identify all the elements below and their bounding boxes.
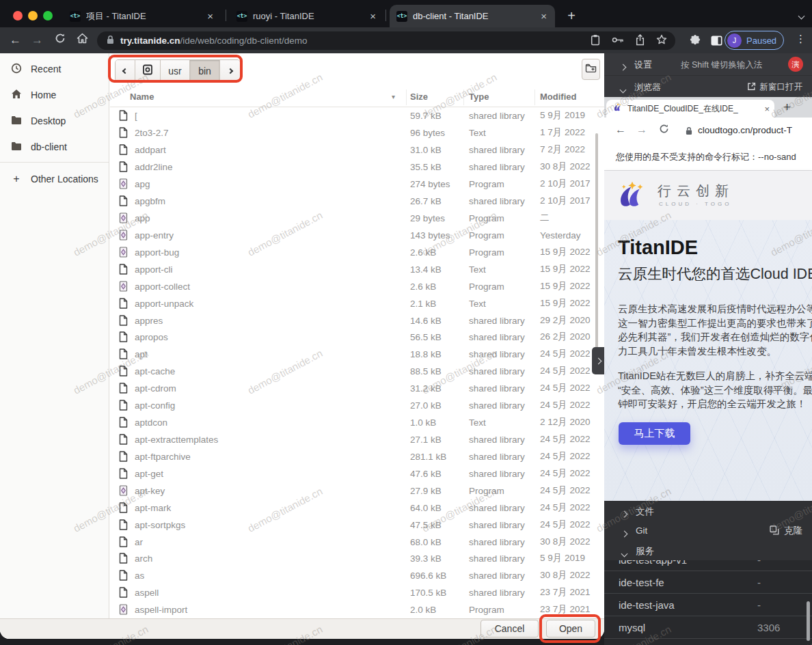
mini-back-icon[interactable]: ← xyxy=(615,124,626,136)
reload-icon[interactable] xyxy=(55,33,66,48)
file-row[interactable]: [59.7 kBshared library5 9月 2019 xyxy=(110,107,604,124)
mini-forward-icon[interactable]: → xyxy=(636,124,647,136)
file-row[interactable]: apt-ftparchive281.1 kBshared library24 5… xyxy=(110,448,604,465)
sort-arrow-icon[interactable]: ▾ xyxy=(392,93,395,100)
path-segment-bin[interactable]: bin xyxy=(190,60,220,81)
service-row[interactable]: mysql3306 xyxy=(604,616,812,639)
mini-browser-tab[interactable]: TitanIDE_CloudIDE_在线IDE_ × xyxy=(606,100,774,118)
file-row[interactable]: apt-cdrom31.2 kBshared library24 5月 2022 xyxy=(110,380,604,397)
file-row[interactable]: apt-cache88.5 kBshared library24 5月 2022 xyxy=(110,363,604,380)
git-section-row[interactable]: Git 克隆 xyxy=(604,521,812,540)
close-window-button[interactable] xyxy=(13,11,23,20)
new-folder-button[interactable] xyxy=(582,59,600,80)
files-section-row[interactable]: 文件 xyxy=(604,501,812,521)
bookmark-star-icon[interactable] xyxy=(656,34,667,47)
file-row[interactable]: arch39.3 kBshared library5 9月 2019 xyxy=(110,550,604,567)
file-type: shared library xyxy=(469,400,525,411)
path-back-button[interactable] xyxy=(116,60,135,81)
file-row[interactable]: apt18.8 kBshared library24 5月 2022 xyxy=(110,346,604,363)
open-new-window-button[interactable]: 新窗口打开 xyxy=(747,81,803,93)
file-row[interactable]: apgbfm26.7 kBshared library2 10月 2017 xyxy=(110,193,604,210)
file-modified: 24 5月 2022 xyxy=(540,382,591,394)
tab-close-icon[interactable]: × xyxy=(368,11,377,21)
clipboard-icon[interactable] xyxy=(591,34,600,48)
file-row[interactable]: addr2line35.5 kBshared library30 8月 2022 xyxy=(110,159,604,176)
column-header-type[interactable]: Type xyxy=(469,92,489,102)
file-row[interactable]: apt-sortpkgs47.5 kBshared library24 5月 2… xyxy=(110,516,604,533)
file-row[interactable]: apg274 bytesProgram2 10月 2017 xyxy=(110,176,604,193)
new-tab-button[interactable]: + xyxy=(562,6,581,25)
mini-tab-close-icon[interactable]: × xyxy=(764,104,770,114)
file-list-scrollbar[interactable] xyxy=(595,133,598,359)
column-header-name[interactable]: Name xyxy=(130,92,154,102)
mini-reload-icon[interactable] xyxy=(659,124,669,137)
file-row[interactable]: as696.6 kBshared library30 8月 2022 xyxy=(110,567,604,584)
file-row[interactable]: apt-extracttemplates27.1 kBshared librar… xyxy=(110,431,604,448)
clone-button[interactable]: 克隆 xyxy=(770,525,802,537)
file-row[interactable]: aspell-import2.0 kBProgram23 7月 2021 xyxy=(110,601,604,618)
tab-search-chevron-icon[interactable] xyxy=(799,9,804,21)
file-row[interactable]: apropos56.5 kBshared library26 2月 2020 xyxy=(110,329,604,346)
file-type: Program xyxy=(469,179,504,189)
side-panel-icon[interactable] xyxy=(711,35,722,50)
file-type: Program xyxy=(469,605,504,615)
service-row[interactable]: ide-test-java- xyxy=(604,594,812,616)
file-modified: 23 7月 2021 xyxy=(540,603,591,616)
panel-expander-handle[interactable] xyxy=(592,347,604,374)
minimize-window-button[interactable] xyxy=(28,11,38,20)
profile-button[interactable]: J Paused xyxy=(725,31,784,50)
extensions-puzzle-icon[interactable] xyxy=(689,34,701,51)
home-icon[interactable] xyxy=(77,33,88,48)
settings-section-row[interactable]: 设置 按 Shift 键切换输入法 演 xyxy=(604,53,812,75)
column-header-size[interactable]: Size xyxy=(410,92,428,102)
address-bar[interactable]: try.titanide.cn/ide/web/coding/db-client… xyxy=(97,31,675,50)
file-row[interactable]: apport-cli13.4 kBText15 9月 2022 xyxy=(110,260,604,277)
key-icon[interactable] xyxy=(612,36,624,46)
back-icon[interactable]: ← xyxy=(10,33,21,48)
path-forward-button[interactable] xyxy=(220,60,240,81)
browser-tab[interactable]: <t>项目 - TitanIDE× xyxy=(63,5,221,27)
tab-close-icon[interactable]: × xyxy=(539,11,548,21)
service-row[interactable]: ide-test-fe- xyxy=(604,571,812,594)
path-segment-usr[interactable]: usr xyxy=(161,60,190,81)
download-button[interactable]: 马上下载 xyxy=(619,422,690,445)
browser-tab[interactable]: <t>db-client - TitanIDE× xyxy=(390,5,555,27)
sidebar-item-recent[interactable]: Recent xyxy=(0,56,109,82)
file-row[interactable]: apt-config27.0 kBshared library24 5月 202… xyxy=(110,397,604,414)
sidebar-item-db-client[interactable]: db-client xyxy=(0,134,109,160)
file-row[interactable]: aspell170.5 kBshared library23 7月 2021 xyxy=(110,584,604,601)
file-row[interactable]: apt-get47.6 kBshared library24 5月 2022 xyxy=(110,465,604,482)
sidebar-item-other-locations[interactable]: + Other Locations xyxy=(0,166,109,192)
browser-section-row[interactable]: 浏览器 新窗口打开 xyxy=(604,75,812,97)
file-row[interactable]: apport-unpack2.1 kBText15 9月 2022 xyxy=(110,294,604,312)
file-row[interactable]: apport-bug2.6 kBProgram15 9月 2022 xyxy=(110,243,604,260)
column-header-modified[interactable]: Modified xyxy=(540,92,576,102)
demo-badge[interactable]: 演 xyxy=(788,57,803,72)
mini-url[interactable]: cloudtogo.cn/product-T xyxy=(698,125,792,135)
file-row[interactable]: apt-key27.9 kBProgram24 5月 2022 xyxy=(110,482,604,499)
maximize-window-button[interactable] xyxy=(43,11,53,20)
file-row[interactable]: apport-collect2.6 kBProgram15 9月 2022 xyxy=(110,277,604,294)
file-row[interactable]: aptdcon1.0 kBText2 12月 2020 xyxy=(110,414,604,431)
file-row[interactable]: ar68.0 kBshared library30 8月 2022 xyxy=(110,533,604,550)
file-row[interactable]: 2to3-2.796 bytesText1 7月 2022 xyxy=(110,124,604,141)
file-row[interactable]: addpart31.0 kBshared library7 2月 2022 xyxy=(110,141,604,159)
share-icon[interactable] xyxy=(636,34,645,48)
mini-new-tab-button[interactable]: + xyxy=(783,100,791,115)
tab-close-icon[interactable]: × xyxy=(206,11,215,21)
sidebar-item-home[interactable]: Home xyxy=(0,82,109,108)
path-computer-button[interactable] xyxy=(135,60,161,81)
browser-menu-icon[interactable]: ⋮ xyxy=(796,33,806,45)
browser-tab[interactable]: <t>ruoyi - TitanIDE× xyxy=(230,5,384,27)
cancel-button[interactable]: Cancel xyxy=(481,620,539,637)
file-row[interactable]: apt-mark64.0 kBshared library24 5月 2022 xyxy=(110,499,604,516)
forward-icon[interactable]: → xyxy=(31,33,43,48)
services-section-row[interactable]: 服务 xyxy=(604,540,812,560)
service-list-scrollbar[interactable] xyxy=(807,601,810,641)
service-row[interactable]: ide-test-app-v1- xyxy=(604,560,812,571)
file-row[interactable]: app29 bytesProgram二 xyxy=(110,210,604,227)
file-row[interactable]: app-entry143 bytesProgramYesterday xyxy=(110,226,604,243)
open-button[interactable]: Open xyxy=(546,620,595,637)
file-row[interactable]: appres14.6 kBshared library29 2月 2020 xyxy=(110,312,604,329)
sidebar-item-desktop[interactable]: Desktop xyxy=(0,108,109,134)
